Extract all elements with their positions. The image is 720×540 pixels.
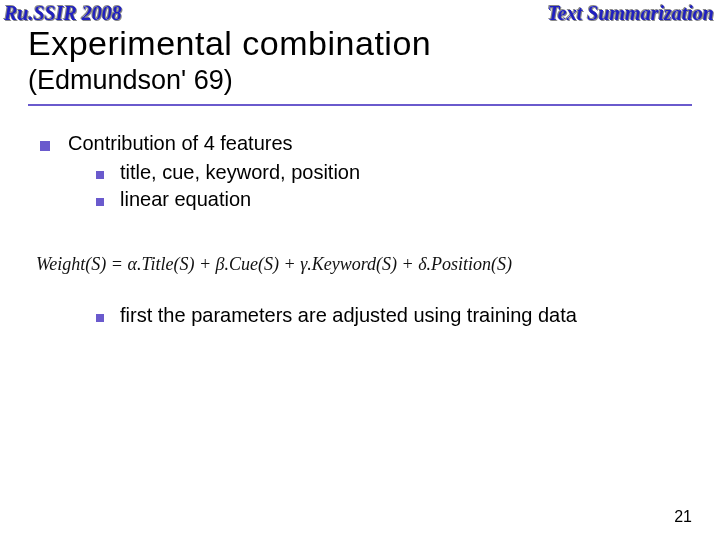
bullet-text: linear equation — [120, 188, 251, 211]
bullet-square-icon — [96, 314, 104, 322]
bullet-text: title, cue, keyword, position — [120, 161, 360, 184]
header-right-label: Text Summarization — [547, 2, 714, 25]
list-item: first the parameters are adjusted using … — [96, 304, 680, 327]
list-item: linear equation — [96, 188, 680, 211]
list-item: title, cue, keyword, position — [96, 161, 680, 184]
bullet-list: Contribution of 4 features title, cue, k… — [40, 132, 680, 215]
title-underline — [28, 104, 692, 106]
header-left-label: Ru.SSIR 2008 — [4, 2, 122, 25]
slide-title-block: Experimental combination (Edmundson' 69) — [28, 24, 692, 106]
bullet-square-icon — [96, 171, 104, 179]
slide-subtitle: (Edmundson' 69) — [28, 65, 692, 96]
bullet-text: Contribution of 4 features — [68, 132, 293, 155]
bullet-list-2: first the parameters are adjusted using … — [40, 304, 680, 331]
bullet-square-icon — [40, 141, 50, 151]
bullet-text: first the parameters are adjusted using … — [120, 304, 577, 327]
page-number: 21 — [674, 508, 692, 526]
formula-text: Weight(S) = α.Title(S) + β.Cue(S) + γ.Ke… — [36, 254, 512, 275]
list-item: Contribution of 4 features — [40, 132, 680, 155]
bullet-square-icon — [96, 198, 104, 206]
slide-title: Experimental combination — [28, 24, 692, 63]
